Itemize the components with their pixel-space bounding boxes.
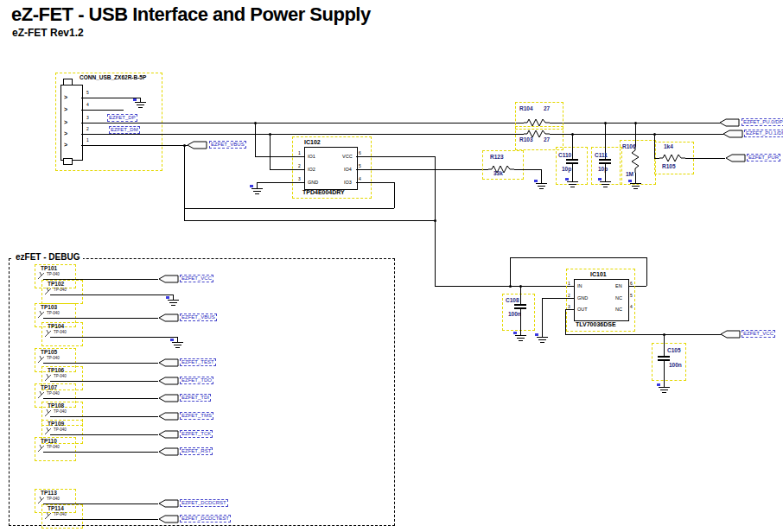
- tp-footprint: TP-040: [47, 391, 60, 396]
- wire: [81, 110, 124, 111]
- usb-pin-number: 3: [86, 116, 89, 120]
- wire: [635, 173, 636, 183]
- wire: [356, 169, 488, 170]
- wire-dp: [81, 123, 524, 124]
- r103-ref: R103: [519, 136, 533, 142]
- tp113-net-label: EZFET_DCDCRST: [180, 499, 228, 507]
- tp109-net-label: EZFET_TCK: [180, 430, 213, 438]
- wire: [356, 182, 394, 183]
- usb-pin-chevron-icon: >: [64, 130, 67, 136]
- ground-symbol: [515, 335, 526, 343]
- ic101-pin-number: 5: [630, 294, 633, 298]
- ic101-pin-name: OUT: [577, 307, 588, 312]
- c111-ref: C111: [595, 152, 608, 158]
- ic102-pin-number: 5: [359, 164, 361, 168]
- ic102-pin-name: VCC: [342, 154, 353, 159]
- wire: [514, 169, 541, 170]
- resistor-zigzag-icon: [524, 117, 550, 128]
- tp-footprint: TP-040: [54, 288, 67, 292]
- r104-ref: R104: [519, 105, 533, 111]
- wire: [520, 309, 521, 335]
- wire: [542, 298, 543, 337]
- left-arrow-net-tag: [158, 358, 179, 367]
- wire: [50, 519, 158, 520]
- page-title: eZ-FET - USB Interface and Power Supply: [11, 3, 371, 26]
- ground-symbol: [536, 183, 547, 191]
- tp-footprint: TP-040: [47, 356, 60, 360]
- net-label-vbus: EZFET_VBUS: [209, 141, 246, 149]
- wire: [572, 164, 573, 181]
- net-label-vcc: EZFET_VCC: [742, 330, 775, 338]
- page-subtitle: eZ-FET Rev1.2: [12, 27, 84, 39]
- ic102-pin-name: IO3: [344, 180, 352, 185]
- c110-value: 10p: [562, 166, 571, 172]
- tp107-ref: TP107: [41, 384, 57, 390]
- r123-ref: R123: [490, 154, 504, 160]
- left-arrow-net-tag: [158, 515, 179, 523]
- usb-shield-tab: [63, 79, 73, 86]
- wire: [255, 123, 256, 156]
- ic101-pin-number: 6: [630, 282, 633, 286]
- ic101-pin-number: 4: [630, 305, 633, 309]
- c108-value: 100n: [508, 311, 521, 317]
- net-label-dp: EZFET_DP: [107, 114, 137, 122]
- wire: [605, 164, 606, 181]
- r103-value: 27: [544, 136, 550, 142]
- wire: [510, 257, 646, 258]
- wire: [50, 381, 158, 382]
- tp-footprint: TP-040: [54, 330, 67, 334]
- resistor-zigzag-icon: [659, 153, 685, 163]
- ic101-ref: IC101: [590, 271, 607, 277]
- tp-footprint: TP-040: [54, 428, 67, 432]
- left-arrow-net-tag: [158, 412, 179, 421]
- wire: [356, 156, 435, 157]
- tp105-net-label: EZFET_TEST: [180, 358, 216, 366]
- usb-pin-number: 5: [86, 91, 89, 95]
- ground-symbol: [135, 102, 146, 110]
- ground-symbol: [172, 342, 183, 350]
- ic101-pin-name: EN: [615, 283, 622, 288]
- left-arrow-net-tag: [720, 330, 741, 339]
- tp114-ref: TP114: [48, 505, 64, 511]
- ground-symbol: [630, 183, 641, 191]
- capacitor-plate-icon: [566, 159, 578, 161]
- net-label-pur: EZFET_PUR: [747, 154, 780, 162]
- ic102-pin-name: GND: [308, 180, 318, 185]
- tp107-net-label: EZFET_TDI: [180, 394, 211, 402]
- wire-dm: [550, 134, 723, 135]
- ic102-pin-number: 1: [298, 151, 301, 155]
- wire: [184, 220, 435, 221]
- tp-footprint: TP-040: [54, 374, 67, 378]
- ic102-pin-number: 6: [359, 151, 361, 155]
- left-arrow-net-tag: [158, 430, 179, 439]
- wire: [50, 294, 173, 295]
- wire-vbus: [81, 145, 188, 146]
- left-arrow-net-tag: [158, 447, 179, 456]
- c111-value: 10p: [598, 166, 608, 172]
- wire: [43, 318, 158, 319]
- tp104-ref: TP104: [48, 323, 64, 329]
- wire: [646, 257, 647, 286]
- ground-symbol: [168, 300, 179, 307]
- c105-ref: C105: [667, 347, 681, 353]
- r106-value: 1M: [626, 171, 633, 177]
- net-label-dm: EZFET_DM: [109, 126, 140, 134]
- ic102-pin-number: 3: [298, 177, 301, 181]
- ground-symbol: [251, 188, 263, 196]
- wire: [654, 134, 655, 158]
- wire: [184, 208, 394, 209]
- usb-pin-chevron-icon: >: [64, 106, 67, 112]
- net-label-pu1dm: EZFET_PU.1/DM: [744, 130, 783, 137]
- tp106-net-label: EZFET_TDO: [180, 377, 213, 384]
- capacitor-plate-icon: [599, 159, 611, 161]
- usb-pin-chevron-icon: >: [64, 142, 67, 148]
- capacitor-plate-icon: [658, 356, 670, 358]
- left-arrow-net-tag: [158, 377, 179, 385]
- wire: [43, 452, 158, 453]
- tp-footprint: TP-040: [47, 311, 60, 315]
- tp-footprint: TP-040: [47, 445, 60, 449]
- ic102-pin-number: 4: [359, 177, 361, 181]
- left-arrow-net-tag: [158, 314, 179, 322]
- ic102-pin-name: IO1: [308, 154, 315, 159]
- capacitor-plate-icon: [514, 304, 526, 306]
